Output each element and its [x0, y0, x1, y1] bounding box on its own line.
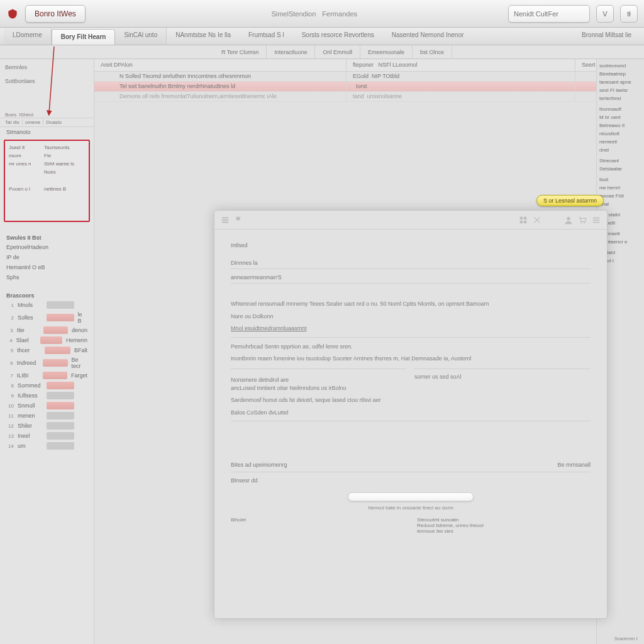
right-side-item[interactable]: thomsaufl: [599, 106, 641, 112]
mini-list-item[interactable]: 11menen: [0, 411, 94, 421]
right-side-item[interactable]: M br oent: [599, 114, 641, 120]
g1-2[interactable]: Hemantnl O eB: [0, 262, 94, 272]
right-side-item[interactable]: nw hernrl: [599, 185, 641, 191]
mini-list-item[interactable]: 5thcerBFalt: [0, 345, 94, 355]
mini-index: 13: [6, 433, 14, 439]
right-side-item[interactable]: nemeell: [599, 139, 641, 145]
dlg-col-l-h: Biholel: [231, 517, 404, 523]
svg-rect-2: [524, 216, 526, 219]
mini-list-item[interactable]: 1Mnols: [0, 300, 94, 310]
mini-index: 7: [6, 373, 13, 379]
right-side-item[interactable]: nnal: [599, 201, 641, 207]
colhdr-2[interactable]: Onl Emmoll: [315, 45, 360, 58]
tab-1[interactable]: Bory Filt Hearn: [52, 29, 116, 45]
mini-swatch: [47, 301, 74, 309]
mini-list-item[interactable]: 8Sornmed: [0, 380, 94, 391]
dlg-sub1: Dinnnes la: [231, 260, 591, 266]
tab-far[interactable]: Bronnal Miltsat lie: [573, 28, 640, 45]
mini-index: 4: [6, 338, 13, 343]
crumb-b[interactable]: omene: [22, 119, 40, 125]
right-side-item[interactable]: sest FI laelsr: [599, 87, 641, 93]
right-side-item[interactable]: awoae Fldl: [599, 193, 641, 199]
right-side-item[interactable]: dnel: [599, 147, 641, 153]
data-row[interactable]: Tel ssit banelnuthn Brnlmy nerdrNnatudtn…: [94, 82, 644, 92]
colhdr-1[interactable]: Interactluone: [267, 45, 315, 58]
main-menu-button[interactable]: Bonro ItWes: [25, 5, 86, 23]
dlg-p1b: Nare ou Dolkonn: [231, 313, 591, 321]
search-input[interactable]: [508, 5, 590, 23]
mini-label: menen: [18, 413, 43, 419]
dialog-menu-icon[interactable]: [221, 216, 230, 225]
dlg-p2b: Inontbnrin reaen fonenine iou tsuotodop …: [231, 355, 591, 364]
dialog-grid-icon[interactable]: [519, 216, 528, 225]
dialog-close-icon[interactable]: [533, 216, 541, 225]
g1-0[interactable]: EpetnoelHadeon: [0, 242, 94, 252]
dialog-more-icon[interactable]: [592, 216, 601, 225]
g1-3[interactable]: Sphs: [0, 272, 94, 282]
mini-list-item[interactable]: 2Sollesle B: [0, 310, 94, 325]
right-side-item[interactable]: Setslaatar: [599, 166, 641, 172]
right-side-item[interactable]: sudreonond: [599, 63, 641, 69]
cell-mid: torst: [346, 82, 575, 91]
mini-list-item[interactable]: 12Shiler: [0, 421, 94, 431]
dh-mid[interactable]: fteponer NSFl LLeoomol: [346, 59, 575, 71]
right-side-item[interactable]: Bewtaatnep: [599, 71, 641, 77]
crumb-c[interactable]: Doasts: [43, 119, 62, 125]
mini-list-item[interactable]: 14um: [0, 441, 94, 451]
tab-5[interactable]: Sorsts resorce Revortlens: [293, 28, 383, 45]
colhdr-3[interactable]: Emeemoonale: [360, 45, 413, 58]
detail-dialog: Intlsed Dinnnes la anneaermeanman'S Whte…: [214, 210, 608, 619]
right-side-item[interactable]: Betreawo Il: [599, 123, 641, 128]
rb-3-0: [9, 169, 40, 175]
mini-label: Ineel: [18, 433, 43, 439]
tab-0[interactable]: LDomerne: [4, 28, 52, 45]
dlg-title: Intlsed: [231, 242, 591, 248]
dialog-user-icon[interactable]: [564, 216, 573, 225]
svg-point-6: [580, 222, 582, 223]
mini-list-item[interactable]: 13Ineel: [0, 431, 94, 441]
right-side-item[interactable]: nlcusttott: [599, 131, 641, 136]
side-small-row[interactable]: Stmanoto: [0, 127, 94, 137]
right-side-item[interactable]: tisst: [599, 177, 641, 182]
toolbar-button-v[interactable]: V: [596, 5, 614, 23]
mini-list-item[interactable]: 9IUllsess: [0, 391, 94, 401]
mini-index: 8: [6, 383, 14, 389]
tab-3[interactable]: NAnmtstse Ns Ie lla: [167, 28, 240, 45]
colhdr-0[interactable]: R Tenr Clomsn: [214, 45, 267, 58]
dlg-p2a: Pemuhrbcad Sentn spprtion ae, odfel lenr…: [231, 343, 591, 352]
mini-swatch: [47, 392, 74, 399]
mini-list-item[interactable]: 6IndreedBe tecr: [0, 355, 94, 370]
nav-link-2[interactable]: Fermandes: [322, 10, 357, 18]
dialog-search-input[interactable]: [348, 492, 474, 501]
g1-1[interactable]: IP de: [0, 252, 94, 262]
toolbar-button-t[interactable]: tł: [620, 5, 638, 23]
data-row[interactable]: Demons oll reils frremonlatTuliunolnern,…: [94, 92, 644, 102]
crumb-a[interactable]: Tal dis: [5, 119, 19, 125]
right-side-item[interactable]: terterthrel: [599, 96, 641, 101]
mini-list-item[interactable]: 10Snmoll: [0, 401, 94, 411]
left-sidebar: Bemnles Sottbonlaes Boes IShind Tal dis …: [0, 59, 94, 644]
data-row[interactable]: N Solled Tieomd snrluthen Inncomtnes oth…: [94, 72, 644, 82]
mini-index: 3: [6, 328, 13, 333]
dialog-flag-icon[interactable]: [235, 216, 243, 225]
mini-swatch: [43, 372, 67, 379]
mini-list-item[interactable]: 3Itiedenon: [0, 325, 94, 335]
mini-list-item[interactable]: 7ILIBIFarget: [0, 370, 94, 380]
right-side-item[interactable]: tanesant apne: [599, 79, 641, 85]
svg-point-7: [584, 222, 586, 223]
tab-6[interactable]: Nasented Nemond Inenor: [383, 28, 473, 45]
mini-list-item[interactable]: 4SlaelHemenn: [0, 335, 94, 345]
nav-link-1[interactable]: SimelStendion: [271, 10, 316, 18]
dialog-cart-icon[interactable]: [578, 216, 587, 225]
mini-index: 1: [6, 303, 14, 308]
dlg-p1: Whtenroel rensumadl mnnemy Teees Sealer …: [231, 300, 591, 309]
dh-left[interactable]: Areit DPAlon: [94, 59, 346, 71]
right-side-item[interactable]: Slneoanl: [599, 158, 641, 164]
rb-2-0: mr ones n: [9, 161, 40, 167]
colhdr-4[interactable]: bst Olnce: [413, 45, 452, 58]
tab-4[interactable]: Frumtsad S l: [240, 28, 293, 45]
tab-2[interactable]: SinCAl unto: [115, 28, 167, 45]
mini-swatch: [43, 359, 67, 367]
dlg-p1c[interactable]: Mnol esuidtmedramnluaasmnt: [231, 325, 591, 333]
data-header: Areit DPAlon fteponer NSFl LLeoomol Seer…: [94, 59, 644, 72]
